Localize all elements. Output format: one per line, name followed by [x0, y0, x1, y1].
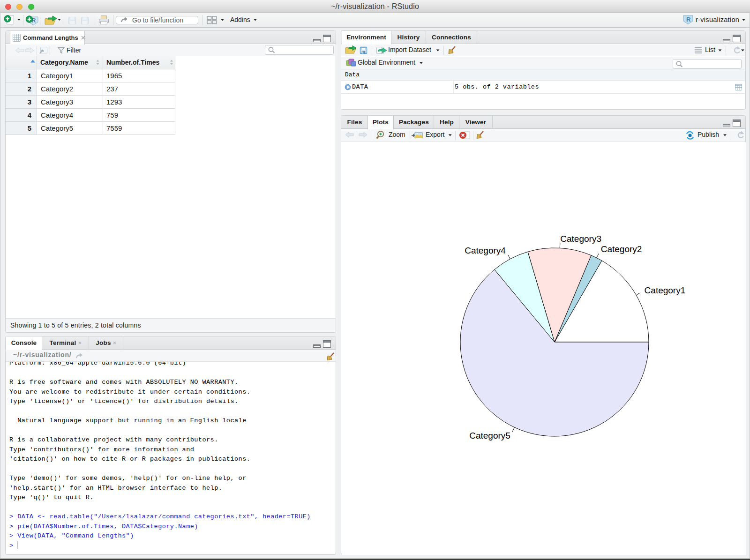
svg-text:Category4: Category4: [465, 246, 506, 255]
svg-text:R: R: [686, 16, 691, 23]
svg-text:Category5: Category5: [469, 431, 510, 441]
svg-text:Category3: Category3: [560, 234, 601, 244]
svg-text:Category2: Category2: [601, 244, 642, 254]
svg-text:Category1: Category1: [645, 285, 686, 295]
